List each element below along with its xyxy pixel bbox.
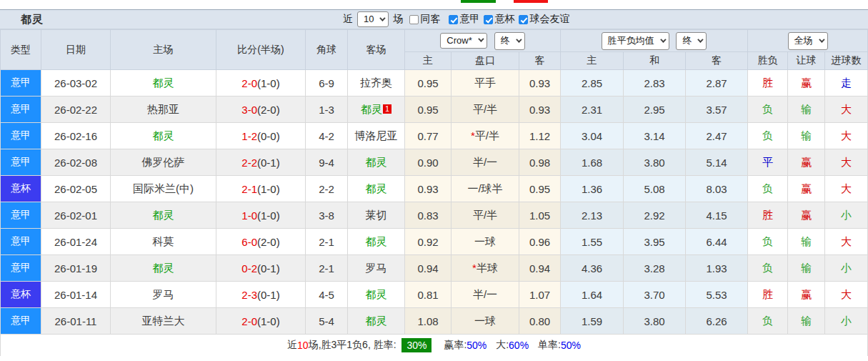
checkbox-checked-icon[interactable] — [449, 15, 458, 24]
result-wdl-cell: 负 — [748, 229, 788, 255]
avg-away-cell: 8.03 — [686, 176, 748, 202]
match-row: 意甲26-02-22热那亚3-0(2-0)1-3都灵10.95平/半0.932.… — [1, 97, 868, 123]
summary-stat-value: 50% — [467, 340, 487, 351]
halftime-score: (1-0) — [257, 209, 280, 222]
col-header-avg-home: 主 — [561, 52, 624, 70]
col-header-date: 日期 — [41, 30, 111, 70]
fulltime-score: 3-0 — [241, 104, 257, 116]
avg-away-cell: 6.44 — [686, 229, 748, 255]
odds-state-select[interactable]: 终 — [494, 32, 525, 50]
avg-draw-cell: 3.80 — [624, 149, 686, 176]
filter-checkbox-0[interactable]: 同客 — [409, 13, 447, 26]
summary-stat-label: 大: — [496, 339, 509, 350]
odds-home-cell: 0.95 — [405, 97, 452, 123]
odds-away-cell: 0.80 — [519, 308, 561, 335]
home-team-cell: 都灵 — [111, 255, 216, 282]
corners-cell: 4-2 — [306, 123, 348, 149]
handicap-text: 一/球半 — [467, 182, 502, 194]
fulltime-score: 2-0 — [241, 315, 257, 327]
handicap-cell: *平/半 — [452, 123, 519, 149]
col-header-odds-away: 客 — [519, 52, 561, 70]
avg-metric-select[interactable]: 胜平负均值 — [602, 32, 669, 50]
filter-checkbox-group: 同客意甲意杯球会友谊 — [409, 13, 574, 26]
home-team-cell: 国际米兰(中) — [111, 176, 216, 202]
filter-checkbox-1[interactable]: 意甲 — [449, 13, 482, 26]
chevron-down-icon — [698, 36, 704, 42]
league-type-cell: 意甲 — [1, 97, 41, 123]
away-team-cell: 都灵 — [348, 308, 405, 335]
checkbox-label: 球会友谊 — [529, 13, 569, 26]
checkbox-unchecked-icon[interactable] — [409, 15, 419, 24]
handicap-cell: 一球 — [452, 229, 519, 255]
league-type-cell: 意甲 — [1, 229, 41, 255]
away-team-name: 都灵 — [366, 182, 387, 194]
league-type-cell: 意杯 — [1, 176, 41, 202]
handicap-cell: 半/一 — [452, 149, 519, 176]
handicap-cell: 平/半 — [452, 97, 519, 123]
result-wdl-cell: 负 — [748, 123, 788, 149]
corners-cell: 1-3 — [306, 97, 348, 123]
league-type-cell: 意甲 — [1, 255, 41, 282]
result-handicap-cell: 输 — [788, 308, 825, 335]
match-history-table: 类型 日期 主场 比分(半场) 角球 客场 Crow* 终 — [0, 29, 868, 356]
handicap-cell: 一/球半 — [452, 176, 519, 202]
filter-checkbox-2[interactable]: 意杯 — [484, 13, 517, 26]
odds-state-select-value: 终 — [501, 34, 510, 47]
checkbox-checked-icon[interactable] — [484, 15, 493, 24]
date-cell: 26-01-14 — [41, 282, 111, 308]
col-header-handicap-result: 让球 — [788, 52, 825, 70]
avg-home-cell: 1.36 — [561, 176, 624, 202]
odds-home-cell: 1.08 — [405, 308, 452, 335]
home-team-cell: 亚特兰大 — [111, 308, 216, 335]
score-cell: 3-0(2-0) — [216, 97, 306, 123]
result-scope-select[interactable]: 全场 — [788, 32, 828, 50]
away-team-cell: 都灵 — [348, 149, 405, 176]
result-handicap-cell: 输 — [788, 123, 825, 149]
odds-away-cell: 0.93 — [519, 70, 561, 97]
bookmaker-select[interactable]: Crow* — [440, 33, 487, 49]
result-goals-cell: 大 — [825, 149, 868, 176]
date-cell: 26-02-01 — [41, 202, 111, 229]
cutoff-green-bar — [461, 0, 496, 3]
odds-away-cell: 0.96 — [519, 229, 561, 255]
odds-home-cell: 0.94 — [405, 255, 452, 282]
result-wdl-cell: 胜 — [748, 282, 788, 308]
fulltime-score: 6-0 — [241, 236, 257, 248]
home-team-cell: 佛罗伦萨 — [111, 149, 216, 176]
corners-cell: 3-8 — [306, 202, 348, 229]
corners-cell: 2-1 — [306, 255, 348, 282]
fulltime-score: 2-0 — [241, 77, 257, 89]
result-scope-select-value: 全场 — [794, 34, 813, 47]
recent-count-select[interactable]: 10 — [357, 11, 389, 27]
odds-home-cell: 0.95 — [405, 70, 452, 97]
checkbox-checked-icon[interactable] — [519, 15, 528, 24]
away-team-cell: 罗马 — [348, 255, 405, 282]
team-title: 都灵 — [0, 13, 44, 26]
avg-state-select[interactable]: 终 — [676, 32, 707, 50]
match-row: 意甲26-02-16都灵1-2(0-0)4-2博洛尼亚0.77*平/半1.123… — [1, 123, 868, 149]
avg-draw-cell: 3.14 — [624, 123, 686, 149]
odds-home-cell: 0.77 — [405, 123, 452, 149]
corners-cell: 6-9 — [306, 70, 348, 97]
corners-cell: 4-5 — [306, 282, 348, 308]
handicap-text: 平手 — [474, 76, 496, 89]
handicap-cell: 平手 — [452, 70, 519, 97]
avg-home-cell: 2.13 — [561, 202, 624, 229]
handicap-text: 平/半 — [475, 129, 499, 142]
avg-home-cell: 1.59 — [561, 308, 624, 335]
rank-badge: 1 — [383, 104, 391, 114]
result-handicap-cell: 赢 — [788, 202, 825, 229]
summary-stat-value: 50% — [561, 340, 581, 351]
away-team-name: 都灵 — [366, 235, 387, 247]
handicap-cell: 半/一 — [452, 282, 519, 308]
fulltime-score: 1-2 — [241, 130, 257, 142]
result-goals-cell: 小 — [825, 255, 868, 282]
halftime-score: (0-1) — [257, 157, 280, 169]
summary-recent-count: 10 — [297, 340, 309, 351]
filter-checkbox-3[interactable]: 球会友谊 — [519, 13, 572, 26]
col-header-avg-draw: 和 — [624, 52, 686, 70]
match-history-panel: 都灵 近 10 场 同客意甲意杯球会友谊 类型 日期 主场 比分(半场) 角球 — [0, 9, 868, 356]
score-cell: 2-3(0-1) — [216, 282, 306, 308]
fulltime-score: 1-0 — [241, 209, 257, 222]
home-team-cell: 都灵 — [111, 202, 216, 229]
